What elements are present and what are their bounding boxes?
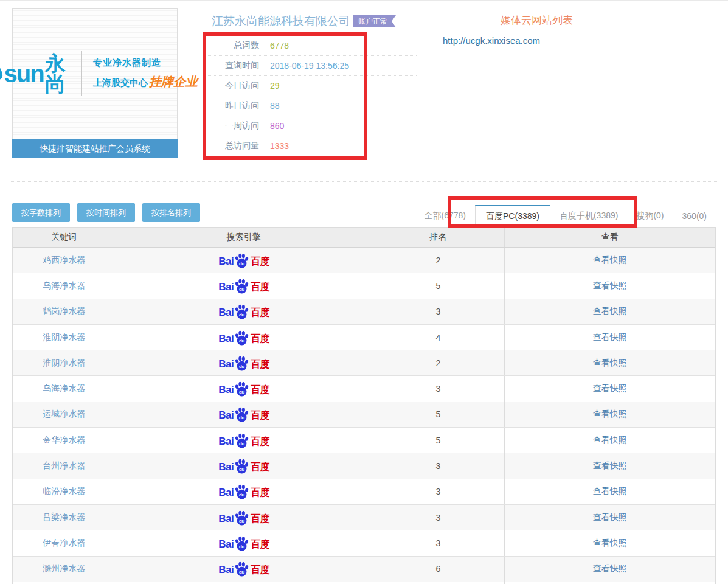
view-snapshot-link[interactable]: 查看快照 xyxy=(593,435,627,446)
logo-tagline-2: 上海股交中心挂牌企业 xyxy=(93,74,198,90)
engine-cell: Bai du 百度 xyxy=(116,273,372,298)
baidu-paw-icon: du xyxy=(234,484,249,499)
baidu-logo-cn-text: 百度 xyxy=(251,488,269,499)
engine-cell: Bai du 百度 xyxy=(116,350,372,375)
engine-tab[interactable]: 全部(6778) xyxy=(415,205,475,227)
stat-row: 查询时间 2018-06-19 13:56:25 xyxy=(207,56,417,76)
baidu-logo-cn-text: 百度 xyxy=(251,411,269,422)
baidu-logo-bai-text: Bai xyxy=(218,256,234,268)
baidu-logo-cn-text: 百度 xyxy=(251,334,269,345)
rank-cell: 3 xyxy=(372,299,505,324)
sort-button-group: 按字数排列 按时间排列 按排名排列 xyxy=(12,203,200,222)
view-snapshot-link[interactable]: 查看快照 xyxy=(593,409,627,420)
logo-taglines: 专业净水器制造 上海股交中心挂牌企业 xyxy=(93,57,198,90)
view-cell: 查看快照 xyxy=(505,376,715,401)
baidu-paw-icon: du xyxy=(234,330,249,346)
engine-cell: Bai du 百度 xyxy=(116,248,372,273)
stat-row: 总词数 6778 xyxy=(207,36,417,56)
baidu-logo-bai-text: Bai xyxy=(218,333,234,345)
section-divider xyxy=(10,181,718,182)
svg-text:du: du xyxy=(239,544,245,549)
sort-button[interactable]: 按字数排列 xyxy=(12,203,70,222)
view-snapshot-link[interactable]: 查看快照 xyxy=(593,512,627,523)
member-system-banner-button[interactable]: 快捷排智能建站推广会员系统 xyxy=(12,139,178,158)
view-snapshot-link[interactable]: 查看快照 xyxy=(593,280,627,291)
view-snapshot-link[interactable]: 查看快照 xyxy=(593,358,627,369)
logo-divider xyxy=(81,51,82,96)
keyword-cell[interactable]: 乌海净水器 xyxy=(13,376,116,401)
table-row: 金华净水器 Bai du 百度 xyxy=(13,428,715,453)
rank-cell: 5 xyxy=(372,273,505,298)
baidu-paw-icon: du xyxy=(234,510,249,526)
keyword-cell[interactable]: 鹤岗净水器 xyxy=(13,299,116,324)
keyword-cell[interactable]: 滁州净水器 xyxy=(13,557,116,582)
sort-button[interactable]: 按时间排列 xyxy=(77,203,135,222)
stat-value: 860 xyxy=(270,121,284,131)
baidu-logo-bai-text: Bai xyxy=(218,384,234,396)
view-snapshot-link[interactable]: 查看快照 xyxy=(593,255,627,266)
stat-row: 总访问量 1333 xyxy=(207,136,417,156)
baidu-logo-cn-text: 百度 xyxy=(251,514,269,525)
svg-text:du: du xyxy=(239,260,245,266)
engine-cell: Bai du 百度 xyxy=(116,530,372,555)
baidu-paw-icon: du xyxy=(234,433,249,448)
view-snapshot-link[interactable]: 查看快照 xyxy=(593,486,627,497)
view-snapshot-link[interactable]: 查看快照 xyxy=(593,461,627,471)
view-cell: 查看快照 xyxy=(505,557,715,582)
svg-text:du: du xyxy=(239,440,245,446)
baidu-logo-bai-text: Bai xyxy=(218,359,234,370)
keyword-cell[interactable]: 台州净水器 xyxy=(13,453,116,478)
view-snapshot-link[interactable]: 查看快照 xyxy=(593,563,627,574)
baidu-logo-cn-text: 百度 xyxy=(251,565,269,576)
baidu-logo: Bai du 百度 xyxy=(218,536,269,551)
keyword-cell[interactable]: 乌海净水器 xyxy=(13,273,116,298)
view-snapshot-link[interactable]: 查看快照 xyxy=(593,383,627,394)
view-cell: 查看快照 xyxy=(505,530,715,555)
column-header-rank: 排名 xyxy=(372,228,505,247)
baidu-paw-icon: du xyxy=(234,356,249,371)
keyword-cell[interactable]: 临汾净水器 xyxy=(13,479,116,504)
view-snapshot-link[interactable]: 查看快照 xyxy=(593,538,627,549)
view-snapshot-link[interactable]: 查看快照 xyxy=(593,332,627,343)
table-row: 乌海净水器 Bai du 百度 xyxy=(13,273,715,299)
engine-tabs: 全部(6778) 百度PC(3389) 百度手机(3389) 搜狗(0) 360… xyxy=(415,205,716,227)
site-list-title: 媒体云网站列表 xyxy=(501,13,573,27)
engine-tab[interactable]: 360(0) xyxy=(673,205,716,227)
view-cell: 查看快照 xyxy=(505,350,715,375)
company-name: 江苏永尚能源科技有限公司 xyxy=(212,13,350,29)
rank-cell: 5 xyxy=(372,428,505,453)
keyword-cell[interactable]: 淮阴净水器 xyxy=(13,325,116,350)
stats-panel: 总词数 6778 查询时间 2018-06-19 13:56:25 今日访问 2… xyxy=(207,36,417,156)
baidu-logo-cn-text: 百度 xyxy=(251,360,269,370)
view-cell: 查看快照 xyxy=(505,479,715,504)
keyword-cell[interactable]: 伊春净水器 xyxy=(13,530,116,555)
keyword-cell[interactable]: 淮阴净水器 xyxy=(13,350,116,375)
rank-cell: 2 xyxy=(372,350,505,375)
engine-tab[interactable]: 搜狗(0) xyxy=(627,205,673,227)
brand-name-cn: 永尚 xyxy=(45,53,72,94)
stat-row: 一周访问 860 xyxy=(207,116,417,136)
stat-value: 2018-06-19 13:56:25 xyxy=(270,61,349,71)
logo-tagline-2-prefix: 上海股交中心 xyxy=(93,77,148,88)
svg-text:du: du xyxy=(239,518,245,523)
baidu-logo-bai-text: Bai xyxy=(218,539,234,551)
water-drop-icon xyxy=(0,59,4,88)
engine-tab[interactable]: 百度PC(3389) xyxy=(475,205,550,227)
svg-text:du: du xyxy=(239,287,245,292)
keyword-cell[interactable]: 金华净水器 xyxy=(13,428,116,453)
baidu-logo: Bai du 百度 xyxy=(218,330,269,345)
engine-cell: Bai du 百度 xyxy=(116,402,372,427)
keyword-cell[interactable]: 吕梁净水器 xyxy=(13,505,116,530)
stat-label: 一周访问 xyxy=(207,120,259,131)
baidu-logo: Bai du 百度 xyxy=(218,561,269,576)
keyword-cell[interactable]: 运城净水器 xyxy=(13,402,116,427)
engine-tab[interactable]: 百度手机(3389) xyxy=(550,205,627,227)
sort-button[interactable]: 按排名排列 xyxy=(142,203,200,222)
view-snapshot-link[interactable]: 查看快照 xyxy=(593,306,627,317)
baidu-logo: Bai du 百度 xyxy=(218,356,269,370)
site-url-link[interactable]: http://ucgk.xinxisea.com xyxy=(443,35,540,46)
keyword-cell[interactable]: 鸡西净水器 xyxy=(13,248,116,273)
baidu-logo-bai-text: Bai xyxy=(218,307,234,319)
engine-cell: Bai du 百度 xyxy=(116,557,372,582)
baidu-logo-bai-text: Bai xyxy=(218,487,234,499)
